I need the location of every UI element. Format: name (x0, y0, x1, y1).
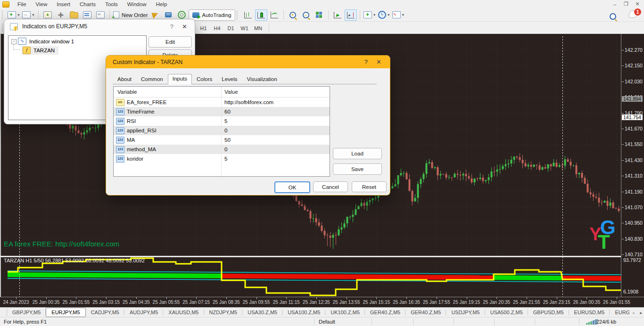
symbol-tab-nzdjpy-m5[interactable]: NZDJPY,M5 (204, 308, 243, 317)
scroll-right-icon[interactable]: ▸ (640, 310, 642, 315)
symbol-tab-audjpy-m5[interactable]: AUDJPY,M5 (124, 308, 163, 317)
timeframe-h1[interactable]: H1 (196, 23, 211, 33)
input-row-TimeFrame[interactable]: 123TimeFrame60 (114, 107, 330, 116)
price-axis[interactable]: 142.270142.150142.030141.910141.790141.6… (621, 34, 644, 297)
menu-view[interactable]: View (31, 1, 52, 7)
auto-scroll-icon[interactable]: ▶ (331, 9, 344, 21)
indicators-dialog-titlebar[interactable]: Indicators on EURJPY,M5 ? ✕ (4, 19, 195, 33)
symbol-tab-xauusd-m5[interactable]: XAUUSD,M5 (163, 308, 204, 317)
tile-windows-icon[interactable] (313, 9, 325, 21)
input-row-method_MA[interactable]: 123method_MA0 (114, 145, 330, 154)
add-indicator-icon[interactable]: +▼ (363, 9, 377, 21)
status-profile[interactable]: Default (319, 319, 335, 325)
close-icon[interactable]: ✕ (374, 58, 383, 65)
zoom-in-icon[interactable]: + (287, 9, 299, 21)
zoom-out-icon[interactable]: − (300, 9, 312, 21)
symbol-tab-eurjpy-m5[interactable]: EURJPY,M5 (46, 308, 85, 317)
menu-window[interactable]: Window (123, 1, 151, 7)
menu-help[interactable]: Help (151, 1, 172, 7)
symbol-tab-gbpjpy-m5[interactable]: GBPJPY,M5 (7, 308, 46, 317)
timeframe-w1[interactable]: W1 (237, 23, 252, 33)
line-chart-icon[interactable] (268, 9, 281, 21)
tree-item-indicator-window[interactable]: ∿ Indicator window 1 (18, 38, 74, 45)
toolbar-drag-handle[interactable] (2, 11, 5, 19)
variable-value[interactable]: 0 (221, 128, 227, 133)
toolbar-separator (269, 23, 269, 33)
variable-name: RSI (127, 118, 136, 124)
tab-inputs[interactable]: Inputs (168, 74, 192, 84)
chart-shift-icon[interactable]: ▸ (345, 9, 357, 21)
toolbar-drag-handle[interactable] (237, 11, 239, 19)
indicator-band-segment (8, 275, 222, 276)
help-icon[interactable]: ? (358, 58, 374, 65)
tab-levels[interactable]: Levels (217, 74, 242, 84)
input-row-koridor[interactable]: 123koridor5 (114, 154, 330, 163)
close-button[interactable]: ✕ (632, 0, 643, 8)
autotrading-button[interactable]: AutoTrading (189, 9, 235, 21)
restore-button[interactable]: ❐ (620, 0, 632, 8)
search-icon[interactable] (607, 11, 619, 22)
variable-value[interactable]: 60 (221, 109, 231, 114)
notification-icon[interactable]: 1 (629, 10, 637, 18)
symbol-tab-usa500-z-m5[interactable]: USA500.Z,M5 (485, 308, 528, 317)
variable-value[interactable]: http://soft4forex.com (221, 99, 273, 105)
tab-common[interactable]: Common (136, 74, 168, 84)
reset-button[interactable]: Reset (352, 181, 387, 192)
autotrading-label: AutoTrading (202, 12, 231, 18)
variable-value[interactable]: 5 (221, 156, 227, 162)
timeframe-h4[interactable]: H4 (210, 23, 224, 33)
inputs-table[interactable]: Variable Value abEA_forex_FREEhttp://sof… (113, 86, 330, 177)
timeframe-mn[interactable]: MN (251, 23, 265, 33)
cancel-button[interactable]: Cancel (313, 181, 348, 192)
resize-grip[interactable]: ⋰ (385, 190, 388, 194)
input-row-RSI[interactable]: 123RSI5 (114, 116, 330, 126)
number-type-icon: 123 (116, 127, 124, 134)
input-row-EA_forex_FREE[interactable]: abEA_forex_FREEhttp://soft4forex.com (114, 98, 330, 107)
variable-value[interactable]: 50 (221, 137, 231, 143)
timeframe-d1[interactable]: D1 (223, 23, 238, 33)
variable-value[interactable]: 5 (221, 118, 227, 124)
ok-button[interactable]: OK (274, 181, 310, 193)
symbol-tab-gbpusd-m5[interactable]: GBPUSD,M5 (528, 308, 569, 317)
time-axis[interactable]: 24 Jan 202325 Jan 00:3525 Jan 01:5525 Ja… (0, 297, 644, 307)
time-tick (617, 297, 617, 299)
tab-colors[interactable]: Colors (192, 74, 217, 84)
time-tick (406, 297, 407, 299)
symbol-tab-ger40-z-m5[interactable]: GER40.Z,M5 (365, 308, 405, 317)
symbol-tab-usdjpy-m5[interactable]: USDJPY,M5 (446, 308, 485, 317)
menu-file[interactable]: File (13, 1, 31, 7)
input-row-applied_RSI[interactable]: 123applied_RSI0 (114, 126, 330, 135)
edit-button[interactable]: Edit (149, 36, 192, 48)
menu-insert[interactable]: Insert (52, 1, 75, 7)
tab-visualization[interactable]: Visualization (242, 74, 282, 84)
tab-about[interactable]: About (113, 74, 136, 84)
pane-separator[interactable] (0, 256, 621, 257)
input-row-MA[interactable]: 123MA50 (114, 135, 330, 145)
symbol-tab-eurusd-m5[interactable]: EURUSD,M5 (569, 308, 610, 317)
column-header-variable[interactable]: Variable (114, 89, 221, 95)
symbol-tab-ger40-z-m5[interactable]: GER40.Z,M5 (405, 308, 446, 317)
symbol-tab-uk100-z-m5[interactable]: UK100.Z,M5 (325, 308, 365, 317)
load-button[interactable]: Load (333, 148, 382, 159)
symbol-tab-cadjpy-m5[interactable]: CADJPY,M5 (86, 308, 124, 317)
custom-dialog-titlebar[interactable]: Custom Indicator - TARZAN ? ✕ (106, 56, 390, 68)
symbol-tab-usa30-z-m5[interactable]: USA30.Z,M5 (242, 308, 282, 317)
close-icon[interactable]: ✕ (180, 23, 189, 30)
logo-letter-t: T (598, 232, 610, 252)
templates-icon[interactable]: ∿▼ (392, 9, 405, 21)
column-header-value[interactable]: Value (221, 89, 238, 95)
save-button[interactable]: Save (333, 163, 382, 175)
variable-value[interactable]: 0 (221, 147, 227, 152)
bar-chart-icon[interactable] (242, 9, 254, 21)
menu-tools[interactable]: Tools (100, 1, 123, 7)
tree-item-tarzan[interactable]: f TARZAN (22, 46, 58, 55)
menu-charts[interactable]: Charts (75, 1, 100, 7)
periods-icon[interactable]: ▼ (378, 9, 391, 21)
symbol-tab-usa100-z-m5[interactable]: USA100.Z,M5 (282, 308, 325, 317)
minimize-button[interactable]: – (609, 0, 620, 8)
scroll-left-icon[interactable]: ◂ (632, 310, 635, 315)
time-label: 24 Jan 2023 (3, 300, 29, 305)
title-bar[interactable]: FileViewInsertChartsToolsWindowHelp – ❐ … (0, 0, 644, 8)
help-icon[interactable]: ? (164, 23, 180, 30)
candlestick-chart-icon[interactable] (255, 9, 267, 21)
